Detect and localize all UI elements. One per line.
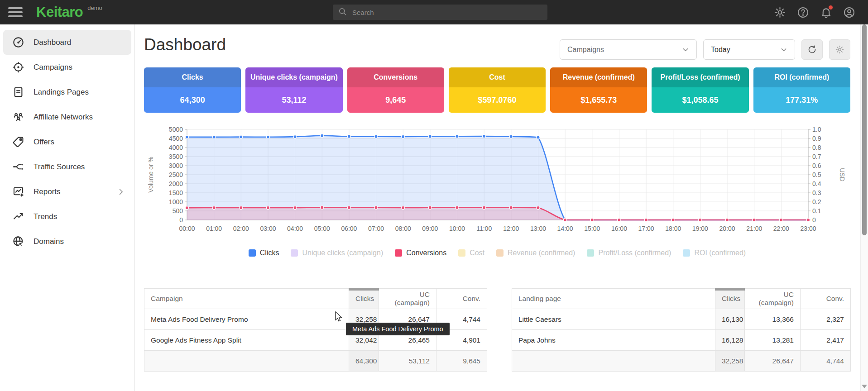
affiliate-icon [12,111,24,123]
chevron-down-icon [779,45,788,54]
metric-value: $1,655.73 [550,87,647,113]
dashboard-settings-button[interactable] [829,39,850,60]
table-row[interactable]: Little Caesars16,13013,3662,327 [512,309,851,330]
metric-card-revenue-confirmed-[interactable]: Revenue (confirmed)$1,655.73 [550,67,647,113]
sidebar-item-traffic-sources[interactable]: Traffic Sources [3,154,131,179]
legend-swatch [249,249,256,257]
svg-text:3000: 3000 [169,162,183,169]
settings-icon[interactable] [774,6,786,19]
global-search[interactable] [333,5,547,20]
cell-value: 13,281 [745,330,801,351]
reports-icon [12,186,24,198]
table-header-row: Landing pageClicksUC (campaign)Conv. [512,289,851,309]
legend-item-clicks[interactable]: Clicks [249,249,279,257]
column-header-uc-campaign-[interactable]: UC (campaign) [379,289,436,309]
column-header-clicks[interactable]: Clicks [715,289,745,309]
table-row[interactable]: Papa Johns16,12813,2812,417 [512,330,851,351]
svg-text:02:00: 02:00 [233,225,249,232]
row-tooltip: Meta Ads Food Delivery Promo [346,323,450,335]
row-label: Meta Ads Food Delivery Promo [144,309,349,330]
column-header-campaign[interactable]: Campaign [144,289,349,309]
legend-item-profit-loss-confirmed-[interactable]: Profit/Loss (confirmed) [587,249,671,257]
total-value: 4,744 [801,351,851,372]
topbar: Keitaro demo [0,0,868,24]
svg-text:06:00: 06:00 [341,225,357,232]
svg-text:23:00: 23:00 [800,225,816,232]
metric-label: Profit/Loss (confirmed) [652,67,748,87]
search-input[interactable] [352,9,542,16]
table-totals-row: 32,25826,6474,744 [512,351,851,372]
cell-value: 16,130 [715,309,745,330]
refresh-button[interactable] [801,39,823,60]
metric-card-roi-confirmed-[interactable]: ROI (confirmed)177.31% [753,67,850,113]
svg-text:05:00: 05:00 [314,225,330,232]
sidebar-item-dashboard[interactable]: Dashboard [3,30,131,55]
svg-text:15:00: 15:00 [584,225,600,232]
menu-toggle-icon[interactable] [8,7,23,17]
metric-card-unique-clicks-campaign-[interactable]: Unique clicks (campaign)53,112 [245,67,342,113]
column-header-landing-page[interactable]: Landing page [512,289,715,309]
svg-text:2500: 2500 [169,171,183,178]
svg-text:USD: USD [839,168,846,181]
legend-label: Profit/Loss (confirmed) [598,249,671,257]
traffic-chart[interactable]: 00:0001:0002:0003:0004:0005:0006:0007:00… [144,125,854,239]
metric-card-profit-loss-confirmed-[interactable]: Profit/Loss (confirmed)$1,058.65 [652,67,748,113]
legend-item-conversions[interactable]: Conversions [395,249,446,257]
row-label: Little Caesars [512,309,715,330]
column-header-conv-[interactable]: Conv. [436,289,487,309]
sidebar-item-trends[interactable]: Trends [3,204,131,229]
scrollbar-thumb[interactable] [862,24,867,235]
landing-pages-table: Landing pageClicksUC (campaign)Conv.Litt… [512,288,851,372]
sidebar-item-reports[interactable]: Reports [3,179,131,204]
total-value: 26,647 [745,351,801,372]
chart-legend: ClicksUnique clicks (campaign)Conversion… [144,249,850,257]
sidebar-item-landings-pages[interactable]: Landings Pages [3,80,131,105]
sidebar-item-campaigns[interactable]: Campaigns [3,55,131,80]
cell-value: 2,327 [801,309,851,330]
svg-text:13:00: 13:00 [530,225,546,232]
brand-logo[interactable]: Keitaro [36,4,83,20]
row-label: Google Ads Fitness App Split [144,330,349,351]
svg-text:00:00: 00:00 [179,225,195,232]
date-range-select[interactable]: Today [703,39,795,60]
svg-text:16:00: 16:00 [611,225,627,232]
notifications-icon[interactable] [820,6,832,19]
legend-item-revenue-confirmed-[interactable]: Revenue (confirmed) [496,249,575,257]
total-value [144,351,349,372]
sidebar-item-affiliate-networks[interactable]: Affiliate Networks [3,105,131,129]
account-icon[interactable] [843,6,855,19]
column-header-conv-[interactable]: Conv. [801,289,851,309]
column-header-clicks[interactable]: Clicks [349,289,379,309]
cell-value: 2,417 [801,330,851,351]
scrollbar-down-arrow[interactable] [862,385,867,388]
chart-canvas[interactable]: 00:0001:0002:0003:0004:0005:0006:0007:00… [144,125,854,239]
svg-text:17:00: 17:00 [638,225,654,232]
legend-swatch [291,249,298,257]
metric-card-cost[interactable]: Cost$597.0760 [449,67,546,113]
svg-text:0.2: 0.2 [812,198,821,205]
notification-badge [829,5,833,10]
svg-text:0.4: 0.4 [812,180,821,187]
sidebar-item-domains[interactable]: Domains [3,229,131,254]
campaigns-filter-select[interactable]: Campaigns [560,39,697,60]
page-scrollbar[interactable] [860,24,868,391]
metric-card-clicks[interactable]: Clicks64,300 [144,67,241,113]
legend-item-roi-confirmed-[interactable]: ROI (confirmed) [683,249,746,257]
column-header-uc-campaign-[interactable]: UC (campaign) [745,289,801,309]
svg-text:07:00: 07:00 [368,225,384,232]
help-icon[interactable] [797,6,809,19]
metric-card-conversions[interactable]: Conversions9,645 [347,67,444,113]
legend-item-cost[interactable]: Cost [458,249,484,257]
table-totals-row: 64,30053,1129,645 [144,351,487,372]
sidebar-item-label: Traffic Sources [34,162,85,172]
svg-text:04:00: 04:00 [287,225,303,232]
svg-text:500: 500 [173,207,183,215]
metric-value: 177.31% [753,87,850,113]
sidebar-item-offers[interactable]: Offers [3,129,131,154]
legend-label: Cost [470,249,484,257]
chevron-right-icon [116,187,126,197]
svg-text:12:00: 12:00 [503,225,519,232]
svg-text:10:00: 10:00 [449,225,465,232]
legend-item-unique-clicks-campaign-[interactable]: Unique clicks (campaign) [291,249,383,257]
brand-demo-badge: demo [87,5,102,11]
